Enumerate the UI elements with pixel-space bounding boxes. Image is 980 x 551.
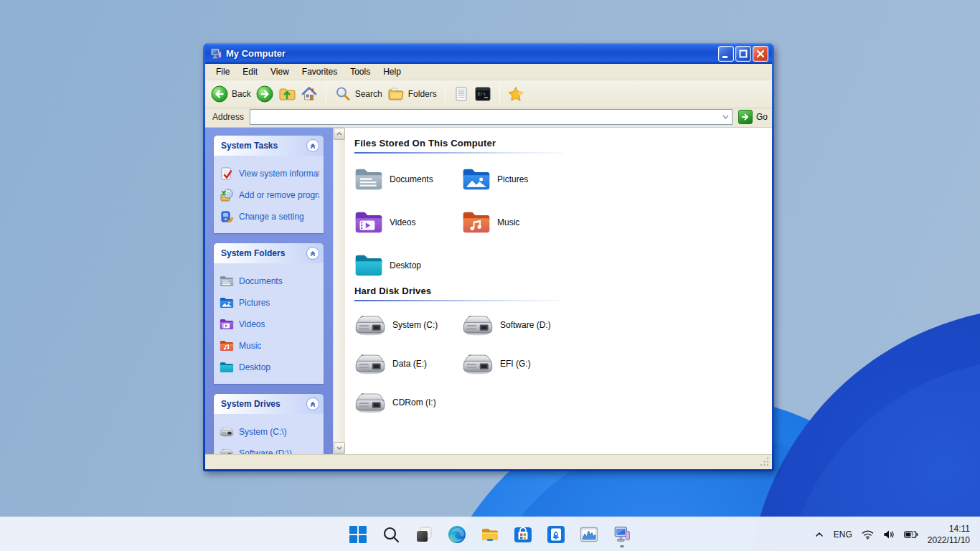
menu-item-view[interactable]: View [264, 65, 296, 79]
sidebar-item-software-d[interactable]: Software (D:\) [220, 443, 319, 454]
sidebar-item-documents[interactable]: Documents [220, 270, 319, 292]
sidebar-panel-system-folders: System Folders Documents Pictures Videos… [214, 243, 324, 384]
menu-item-edit[interactable]: Edit [236, 65, 264, 79]
item-label: Music [497, 217, 519, 227]
drive-item-efi-g[interactable]: EFI (G:) [462, 352, 577, 376]
drive-item-system-c[interactable]: System (C:) [354, 313, 462, 337]
folder-item-documents[interactable]: Documents [354, 165, 462, 194]
toolbar-separator [326, 84, 326, 104]
sidebar-scrollbar[interactable] [333, 128, 345, 454]
resize-grip[interactable] [760, 457, 770, 467]
collapse-chevron-icon[interactable] [306, 247, 319, 260]
taskbar-explorer-icon[interactable] [476, 520, 504, 549]
taskbar-store-icon[interactable] [509, 520, 537, 549]
up-button[interactable] [278, 85, 296, 103]
sidebar-item-pictures[interactable]: Pictures [220, 292, 319, 314]
folder-music-icon [462, 208, 491, 237]
address-field[interactable] [250, 109, 732, 125]
panel-body: View system informationAdd or remove pro… [214, 156, 324, 233]
system-info-icon [220, 166, 234, 181]
folder-pictures-icon [220, 296, 234, 310]
panel-header-system-folders[interactable]: System Folders [214, 243, 324, 263]
favorites-button[interactable] [508, 86, 524, 102]
address-bar: Address Go [205, 108, 772, 128]
battery-charging-icon[interactable] [904, 530, 918, 539]
item-label: Data (E:) [392, 359, 427, 369]
taskbar-edge-icon[interactable] [443, 520, 471, 549]
minimize-button[interactable] [718, 46, 734, 62]
taskbar-search-taskbar-icon[interactable] [377, 520, 405, 549]
sidebar-item-change-a-setting[interactable]: Change a setting [220, 206, 319, 227]
sidebar-item-label: Add or remove programs [239, 190, 319, 200]
item-grid: Documents Pictures Videos Music Desktop [354, 165, 759, 280]
go-button[interactable]: Go [738, 110, 768, 124]
scroll-down-button[interactable] [334, 442, 345, 454]
collapse-chevron-icon[interactable] [306, 397, 319, 410]
folder-item-pictures[interactable]: Pictures [462, 165, 577, 194]
scroll-up-button[interactable] [334, 128, 345, 140]
folder-item-desktop[interactable]: Desktop [354, 251, 462, 280]
sidebar-item-label: Pictures [239, 298, 270, 308]
home-icon [301, 85, 318, 103]
taskbar-task-manager-icon[interactable] [575, 520, 603, 549]
volume-icon[interactable] [883, 529, 895, 540]
cmd-button[interactable]: C:\ [474, 86, 491, 102]
cmd-prompt-icon: C:\ [474, 86, 491, 102]
menu-item-file[interactable]: File [209, 65, 236, 79]
menu-item-favorites[interactable]: Favorites [296, 65, 344, 79]
address-dropdown-icon[interactable] [720, 110, 732, 124]
panel-title: System Tasks [221, 141, 278, 151]
sidebar-item-music[interactable]: Music [220, 335, 319, 357]
home-button[interactable] [301, 85, 318, 103]
group-title: Hard Disk Drives [354, 286, 759, 296]
language-indicator[interactable]: ENG [834, 529, 852, 540]
group-underline [354, 300, 562, 301]
item-label: Desktop [390, 260, 421, 270]
sidebar-item-desktop[interactable]: Desktop [220, 357, 319, 378]
folder-item-videos[interactable]: Videos [354, 208, 462, 237]
sidebar-item-videos[interactable]: Videos [220, 314, 319, 335]
folders-button[interactable]: Folders [387, 85, 437, 103]
back-button[interactable]: Back [211, 85, 251, 103]
wifi-icon[interactable] [862, 529, 874, 540]
menu-item-tools[interactable]: Tools [344, 65, 377, 79]
menu-item-help[interactable]: Help [377, 65, 407, 79]
tray-chevron-icon[interactable] [814, 529, 824, 540]
item-label: EFI (G:) [500, 359, 531, 369]
address-input[interactable] [250, 110, 720, 123]
sidebar-item-view-system-information[interactable]: View system information [220, 163, 319, 184]
taskbar: ENG 14:11 2022/11/10 [0, 517, 980, 551]
system-tray: ENG 14:11 2022/11/10 [814, 517, 980, 551]
collapse-chevron-icon[interactable] [306, 139, 319, 152]
taskbar-task-view-icon[interactable] [410, 520, 438, 549]
sidebar-item-add-or-remove-programs[interactable]: Add or remove programs [220, 184, 319, 206]
folder-videos-icon [220, 317, 234, 331]
content-group-files-stored-on-this-computer: Files Stored On This Computer Documents … [354, 138, 759, 280]
clock-time: 14:11 [928, 523, 970, 534]
toolbar-separator [499, 84, 500, 104]
clock[interactable]: 14:11 2022/11/10 [928, 523, 970, 546]
folder-documents-icon [354, 165, 383, 194]
taskbar-start-icon[interactable] [344, 520, 372, 549]
maximize-button[interactable] [735, 46, 751, 62]
up-folder-icon [278, 85, 296, 103]
window-title: My Computer [226, 48, 718, 59]
panel-title: System Folders [221, 248, 285, 258]
sidebar-item-system-c[interactable]: System (C:\) [220, 421, 319, 443]
drive-item-cdrom-i[interactable]: CDRom (I:) [354, 390, 462, 415]
close-button[interactable] [753, 46, 768, 62]
panel-header-system-tasks[interactable]: System Tasks [214, 136, 324, 156]
views-button[interactable] [453, 85, 469, 103]
search-button[interactable]: Search [334, 85, 382, 103]
back-icon [211, 85, 228, 103]
panel-header-system-drives[interactable]: System Drives [214, 394, 324, 414]
forward-button[interactable] [256, 85, 273, 103]
folder-item-music[interactable]: Music [462, 208, 577, 237]
drive-item-software-d[interactable]: Software (D:) [462, 313, 577, 337]
drive-item-data-e[interactable]: Data (E:) [354, 352, 462, 376]
titlebar[interactable]: My Computer [205, 43, 772, 64]
taskbar-rocket-notes-icon[interactable] [542, 520, 570, 549]
go-arrow-icon [738, 110, 753, 124]
sidebar: System TasksView system informationAdd o… [205, 128, 333, 454]
taskbar-my-computer-icon[interactable] [608, 520, 636, 549]
